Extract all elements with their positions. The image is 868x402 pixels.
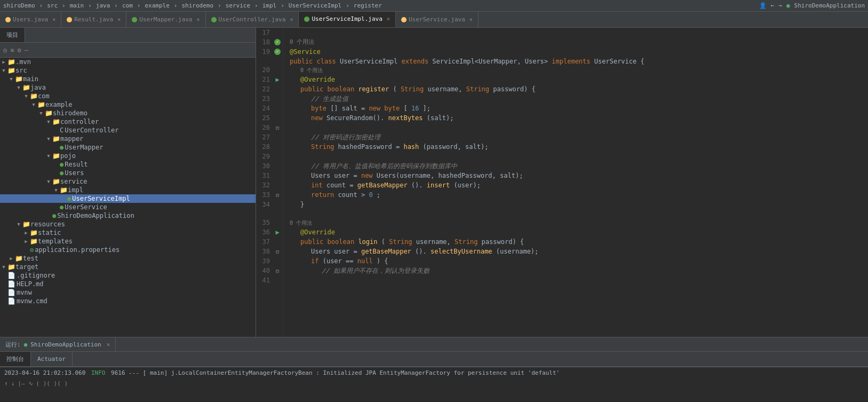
tab-userservice[interactable]: UserService.java ×	[396, 12, 479, 27]
tree-item-resources[interactable]: ▼ 📁 resources	[0, 220, 256, 228]
path-src: src	[47, 2, 58, 9]
tree-item-shirodemo[interactable]: ▼ 📁 shirodemo	[0, 109, 256, 117]
tree-item-main[interactable]: ▼ 📁 main	[0, 75, 256, 83]
comment-save: // 将用户名、盐值和哈希后的密码保存到数据库中	[311, 162, 457, 170]
console-output: 2023-04-16 21:02:13.060 INFO 9616 --- [ …	[0, 367, 868, 402]
tab-icon-usercontroller	[211, 17, 217, 22]
code-line-29	[290, 152, 862, 161]
tree-item-shirodemoapplication[interactable]: ▶ ● ShiroDemoApplication	[0, 211, 256, 220]
expand-arrow: ▼	[15, 85, 22, 90]
tree-item-java[interactable]: ▼ 📁 java	[0, 83, 256, 92]
run-app-name: ShiroDemoApplication	[30, 341, 101, 348]
line-num: 38	[256, 248, 272, 255]
tree-item-target[interactable]: ▼ 📁 target	[0, 263, 256, 271]
line-num: 19	[256, 47, 272, 57]
panel-tab-project[interactable]: 项目	[0, 28, 25, 42]
tree-item-example[interactable]: ▼ 📁 example	[0, 100, 256, 109]
code-text-area[interactable]: 0 个用法 @Service public class UserServiceI…	[283, 28, 868, 337]
code-line-20: public class UserServiceImpl extends Ser…	[290, 57, 862, 66]
tree-item-pojo[interactable]: ▼ 📁 pojo	[0, 152, 256, 160]
bottom-tab-actuator[interactable]: Actuator	[31, 352, 73, 366]
type-users2: Users user =	[311, 248, 361, 255]
console-down-icon[interactable]: ↓	[11, 380, 15, 387]
file-icon-mvn: 📄	[7, 289, 15, 296]
line-num: 17	[256, 28, 272, 37]
user-icon[interactable]: 👤	[759, 2, 767, 9]
tree-item-impl[interactable]: ▼ 📁 impl	[0, 186, 256, 194]
tree-label: java	[30, 84, 46, 91]
kw-extends: extends	[402, 58, 433, 65]
tree-item-static[interactable]: ▶ 📁 static	[0, 228, 256, 237]
tab-usercontroller[interactable]: UserController.java ×	[206, 12, 299, 27]
tree-item-service[interactable]: ▼ 📁 service	[0, 177, 256, 186]
tree-item-test[interactable]: ▶ 📁 test	[0, 254, 256, 263]
fold-icon[interactable]: ⊟	[276, 125, 279, 131]
tree-label: pojo	[60, 152, 76, 160]
line-23: 23	[256, 94, 283, 104]
line-18: 18 ✓	[256, 37, 283, 47]
tree-item-com[interactable]: ▼ 📁 com	[0, 92, 256, 100]
tree-item-mvnw[interactable]: ▶ 📄 mvnw	[0, 288, 256, 297]
run-arrow-icon[interactable]: ▶	[275, 228, 279, 236]
tab-usermapper[interactable]: UserMapper.java ×	[126, 12, 205, 27]
run-app-icon: ●	[24, 341, 28, 348]
tree-item-usercontroller[interactable]: ▶ C UserController	[0, 126, 256, 135]
tree-item-appprops[interactable]: ▶ ⚙ application.properties	[0, 246, 256, 254]
method-insert: insert	[427, 182, 450, 189]
tree-item-userserviceimpl[interactable]: ▶ ● UserServiceImpl	[0, 194, 256, 203]
code-editor: 17 18 ✓ 19 ✓	[256, 28, 868, 337]
close-run-button[interactable]: ×	[107, 341, 110, 348]
tree-item-users[interactable]: ▶ ● Users	[0, 169, 256, 177]
close-tab-usercontroller[interactable]: ×	[290, 17, 293, 22]
fold-icon[interactable]: ⊟	[276, 249, 279, 255]
line-26: 26 ⊟	[256, 123, 283, 132]
tab-userserviceimpl[interactable]: UserServiceImpl.java ×	[299, 12, 395, 27]
fold-icon[interactable]: ⊟	[276, 268, 279, 274]
kw-return: return	[311, 191, 338, 199]
tree-item-result[interactable]: ▶ ● Result	[0, 160, 256, 169]
code-line-23: // 生成盐值	[290, 94, 862, 104]
gutter-18: ✓	[272, 39, 283, 45]
folder-icon: 📁	[60, 186, 68, 194]
expand-arrow: ▼	[30, 102, 37, 107]
tree-item-mvn[interactable]: ▶ 📁 .mvn	[0, 58, 256, 66]
tree-item-src[interactable]: ▼ 📁 src	[0, 66, 256, 75]
tree-item-mapper[interactable]: ▼ 📁 mapper	[0, 135, 256, 143]
line-num: 29	[256, 153, 272, 160]
line-34: 34	[256, 200, 283, 209]
minimize-button[interactable]: —	[25, 46, 28, 54]
folder-icon: 📁	[37, 101, 45, 108]
close-tab-result[interactable]: ×	[117, 17, 121, 22]
run-arrow-icon[interactable]: ▶	[275, 76, 279, 83]
locate-file-button[interactable]: ◎	[3, 46, 7, 54]
line-num: 21	[256, 76, 272, 83]
tab-users[interactable]: Users.java ×	[0, 12, 61, 27]
close-tab-userserviceimpl[interactable]: ×	[387, 16, 390, 22]
tree-item-templates[interactable]: ▶ 📁 templates	[0, 237, 256, 246]
console-up-icon[interactable]: ↑	[4, 380, 8, 387]
tree-item-userservice[interactable]: ▶ ● UserService	[0, 203, 256, 211]
settings-button[interactable]: ⚙	[17, 46, 21, 54]
close-tab-usermapper[interactable]: ×	[197, 17, 200, 22]
close-tab-userservice[interactable]: ×	[469, 17, 473, 22]
path-example: example	[145, 2, 169, 9]
nav-back[interactable]: ←	[771, 2, 775, 9]
console-level: INFO	[91, 369, 106, 376]
tree-item-usermapper[interactable]: ▶ ● UserMapper	[0, 143, 256, 152]
folder-icon: 📁	[52, 178, 60, 185]
close-tab-users[interactable]: ×	[52, 17, 55, 22]
tree-item-mvnwcmd[interactable]: ▶ 📄 mvnw.cmd	[0, 297, 256, 305]
bottom-tab-bar: 控制台 Actuator	[0, 352, 868, 367]
tree-item-controller[interactable]: ▼ 📁 controller	[0, 117, 256, 126]
tree-item-helpmd[interactable]: ▶ 📄 HELP.md	[0, 280, 256, 288]
nav-forward[interactable]: →	[778, 2, 782, 9]
bottom-tab-console[interactable]: 控制台	[0, 352, 31, 366]
gutter-33: ⊟	[272, 192, 283, 198]
tree-item-gitignore[interactable]: ▶ 📄 .gitignore	[0, 271, 256, 280]
params-register: (	[393, 85, 396, 93]
code-line-38: Users user = getBaseMapper (). selectByU…	[290, 247, 862, 256]
file-icon-green: ●	[60, 161, 63, 168]
collapse-all-button[interactable]: ≡	[10, 46, 14, 54]
tab-result[interactable]: Result.java ×	[61, 12, 126, 27]
fold-icon[interactable]: ⊟	[276, 192, 279, 198]
